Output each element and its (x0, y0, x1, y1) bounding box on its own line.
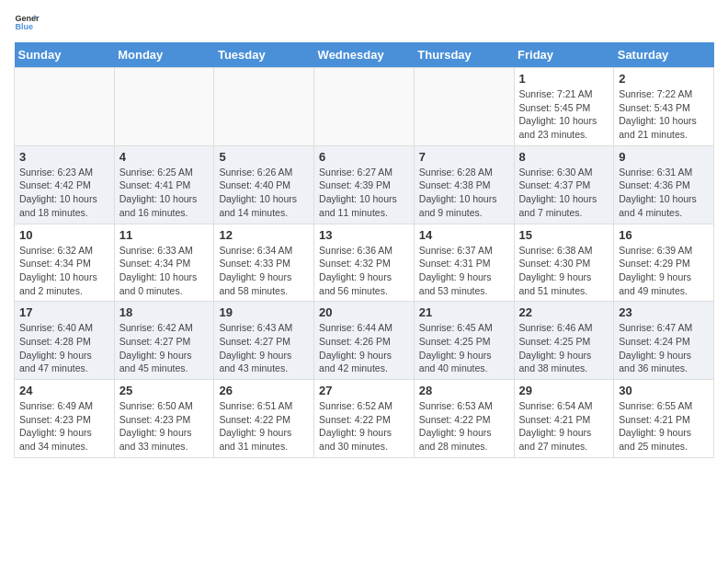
day-info: Sunrise: 6:23 AM Sunset: 4:42 PM Dayligh… (19, 166, 109, 220)
week-row-2: 3Sunrise: 6:23 AM Sunset: 4:42 PM Daylig… (15, 145, 714, 224)
calendar-cell: 26Sunrise: 6:51 AM Sunset: 4:22 PM Dayli… (214, 380, 314, 458)
day-number: 17 (19, 305, 109, 319)
calendar-cell: 25Sunrise: 6:50 AM Sunset: 4:23 PM Dayli… (114, 380, 214, 458)
weekday-header-tuesday: Tuesday (214, 42, 314, 68)
day-info: Sunrise: 6:47 AM Sunset: 4:24 PM Dayligh… (619, 321, 709, 375)
calendar-cell: 10Sunrise: 6:32 AM Sunset: 4:34 PM Dayli… (15, 224, 115, 302)
day-info: Sunrise: 6:28 AM Sunset: 4:38 PM Dayligh… (419, 166, 509, 220)
calendar-cell: 19Sunrise: 6:43 AM Sunset: 4:27 PM Dayli… (214, 302, 314, 380)
calendar-cell: 3Sunrise: 6:23 AM Sunset: 4:42 PM Daylig… (15, 145, 115, 224)
day-number: 24 (19, 384, 109, 397)
calendar-cell: 1Sunrise: 7:21 AM Sunset: 5:45 PM Daylig… (514, 68, 614, 146)
day-number: 6 (319, 150, 409, 164)
weekday-header-row: SundayMondayTuesdayWednesdayThursdayFrid… (15, 42, 714, 68)
calendar-cell: 17Sunrise: 6:40 AM Sunset: 4:28 PM Dayli… (15, 302, 115, 380)
calendar-cell: 5Sunrise: 6:26 AM Sunset: 4:40 PM Daylig… (214, 145, 314, 224)
day-info: Sunrise: 6:54 AM Sunset: 4:21 PM Dayligh… (519, 399, 609, 454)
day-info: Sunrise: 6:38 AM Sunset: 4:30 PM Dayligh… (519, 244, 609, 298)
day-number: 25 (119, 384, 210, 397)
day-number: 26 (219, 384, 309, 397)
day-number: 3 (19, 150, 109, 164)
day-number: 14 (419, 228, 509, 242)
week-row-3: 10Sunrise: 6:32 AM Sunset: 4:34 PM Dayli… (15, 224, 714, 302)
day-info: Sunrise: 6:50 AM Sunset: 4:23 PM Dayligh… (119, 399, 210, 454)
calendar-cell (114, 68, 214, 146)
header: General Blue (14, 9, 714, 35)
day-number: 15 (519, 228, 609, 242)
weekday-header-thursday: Thursday (414, 42, 514, 68)
day-number: 8 (519, 150, 609, 164)
day-number: 5 (219, 150, 309, 164)
day-info: Sunrise: 6:45 AM Sunset: 4:25 PM Dayligh… (419, 321, 509, 375)
day-number: 7 (419, 150, 509, 164)
day-number: 10 (19, 228, 109, 242)
weekday-header-friday: Friday (514, 42, 614, 68)
day-info: Sunrise: 6:26 AM Sunset: 4:40 PM Dayligh… (219, 166, 309, 220)
day-number: 19 (219, 305, 309, 319)
svg-text:Blue: Blue (15, 22, 33, 31)
calendar-cell: 8Sunrise: 6:30 AM Sunset: 4:37 PM Daylig… (514, 145, 614, 224)
day-number: 11 (119, 228, 210, 242)
calendar-cell (214, 68, 314, 146)
day-number: 27 (319, 384, 409, 397)
weekday-header-monday: Monday (114, 42, 214, 68)
weekday-header-saturday: Saturday (614, 42, 714, 68)
calendar-cell: 29Sunrise: 6:54 AM Sunset: 4:21 PM Dayli… (514, 380, 614, 458)
day-info: Sunrise: 6:43 AM Sunset: 4:27 PM Dayligh… (219, 321, 309, 375)
calendar-cell: 30Sunrise: 6:55 AM Sunset: 4:21 PM Dayli… (614, 380, 714, 458)
logo: General Blue (14, 9, 40, 35)
calendar-cell: 13Sunrise: 6:36 AM Sunset: 4:32 PM Dayli… (314, 224, 415, 302)
day-info: Sunrise: 6:37 AM Sunset: 4:31 PM Dayligh… (419, 244, 509, 298)
calendar-cell (314, 68, 415, 146)
day-info: Sunrise: 6:44 AM Sunset: 4:26 PM Dayligh… (319, 321, 409, 375)
calendar-cell: 18Sunrise: 6:42 AM Sunset: 4:27 PM Dayli… (114, 302, 214, 380)
day-info: Sunrise: 6:30 AM Sunset: 4:37 PM Dayligh… (519, 166, 609, 220)
day-number: 18 (119, 305, 210, 319)
day-info: Sunrise: 6:49 AM Sunset: 4:23 PM Dayligh… (19, 399, 109, 454)
calendar-cell: 15Sunrise: 6:38 AM Sunset: 4:30 PM Dayli… (514, 224, 614, 302)
calendar-cell: 14Sunrise: 6:37 AM Sunset: 4:31 PM Dayli… (414, 224, 514, 302)
day-info: Sunrise: 6:40 AM Sunset: 4:28 PM Dayligh… (19, 321, 109, 375)
logo-icon: General Blue (14, 9, 40, 35)
week-row-1: 1Sunrise: 7:21 AM Sunset: 5:45 PM Daylig… (15, 68, 714, 146)
calendar-table: SundayMondayTuesdayWednesdayThursdayFrid… (14, 42, 714, 458)
day-info: Sunrise: 6:27 AM Sunset: 4:39 PM Dayligh… (319, 166, 409, 220)
day-info: Sunrise: 7:21 AM Sunset: 5:45 PM Dayligh… (519, 87, 609, 142)
day-number: 30 (619, 384, 709, 397)
day-info: Sunrise: 6:55 AM Sunset: 4:21 PM Dayligh… (619, 399, 709, 454)
calendar-cell: 21Sunrise: 6:45 AM Sunset: 4:25 PM Dayli… (414, 302, 514, 380)
calendar-cell: 6Sunrise: 6:27 AM Sunset: 4:39 PM Daylig… (314, 145, 415, 224)
calendar-cell: 27Sunrise: 6:52 AM Sunset: 4:22 PM Dayli… (314, 380, 415, 458)
week-row-5: 24Sunrise: 6:49 AM Sunset: 4:23 PM Dayli… (15, 380, 714, 458)
day-info: Sunrise: 6:53 AM Sunset: 4:22 PM Dayligh… (419, 399, 509, 454)
day-number: 9 (619, 150, 709, 164)
day-info: Sunrise: 6:33 AM Sunset: 4:34 PM Dayligh… (119, 244, 210, 298)
day-number: 16 (619, 228, 709, 242)
day-number: 28 (419, 384, 509, 397)
calendar-cell: 4Sunrise: 6:25 AM Sunset: 4:41 PM Daylig… (114, 145, 214, 224)
calendar-cell: 23Sunrise: 6:47 AM Sunset: 4:24 PM Dayli… (614, 302, 714, 380)
day-number: 23 (619, 305, 709, 319)
calendar-cell (15, 68, 115, 146)
day-info: Sunrise: 6:46 AM Sunset: 4:25 PM Dayligh… (519, 321, 609, 375)
day-info: Sunrise: 6:32 AM Sunset: 4:34 PM Dayligh… (19, 244, 109, 298)
day-info: Sunrise: 6:51 AM Sunset: 4:22 PM Dayligh… (219, 399, 309, 454)
day-number: 1 (519, 72, 609, 86)
day-number: 20 (319, 305, 409, 319)
calendar-cell: 12Sunrise: 6:34 AM Sunset: 4:33 PM Dayli… (214, 224, 314, 302)
day-number: 12 (219, 228, 309, 242)
weekday-header-sunday: Sunday (15, 42, 115, 68)
day-info: Sunrise: 6:34 AM Sunset: 4:33 PM Dayligh… (219, 244, 309, 298)
weekday-header-wednesday: Wednesday (314, 42, 415, 68)
day-number: 2 (619, 72, 709, 86)
day-number: 22 (519, 305, 609, 319)
day-info: Sunrise: 7:22 AM Sunset: 5:43 PM Dayligh… (619, 87, 709, 142)
svg-text:General: General (15, 14, 40, 23)
day-info: Sunrise: 6:42 AM Sunset: 4:27 PM Dayligh… (119, 321, 210, 375)
day-number: 29 (519, 384, 609, 397)
calendar-cell: 22Sunrise: 6:46 AM Sunset: 4:25 PM Dayli… (514, 302, 614, 380)
calendar-cell: 2Sunrise: 7:22 AM Sunset: 5:43 PM Daylig… (614, 68, 714, 146)
day-number: 21 (419, 305, 509, 319)
calendar-cell: 11Sunrise: 6:33 AM Sunset: 4:34 PM Dayli… (114, 224, 214, 302)
calendar-cell: 9Sunrise: 6:31 AM Sunset: 4:36 PM Daylig… (614, 145, 714, 224)
